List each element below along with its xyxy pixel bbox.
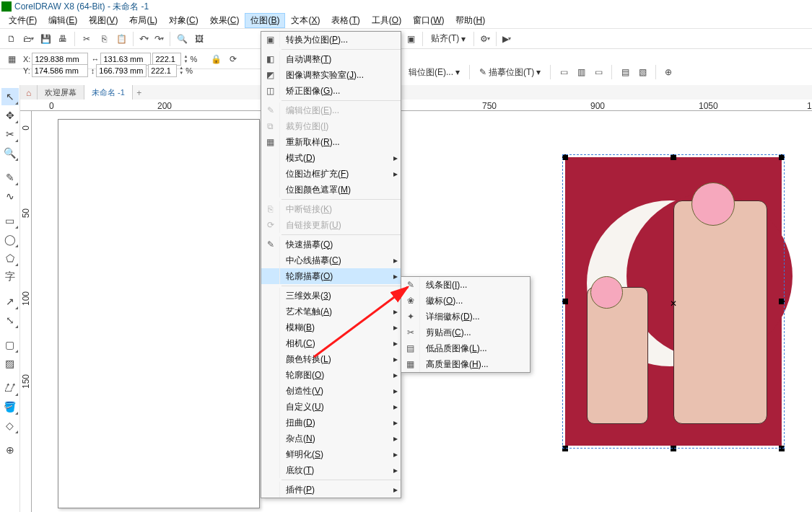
menu-item[interactable]: 相机(C)▸: [261, 335, 401, 351]
rotate-button[interactable]: ⟳: [225, 51, 241, 67]
save-button[interactable]: 💾: [38, 31, 53, 47]
menu-对象[interactable]: 对象(C): [163, 13, 204, 28]
fill-tool[interactable]: 🪣: [1, 398, 19, 415]
artistic-tool[interactable]: ∿: [1, 187, 19, 205]
redo-button[interactable]: ↷: [152, 31, 166, 47]
ellipse-tool[interactable]: ◯: [1, 231, 19, 248]
menu-item[interactable]: ✎快速描摹(Q): [261, 237, 401, 252]
page-canvas[interactable]: [58, 119, 260, 508]
menu-视图[interactable]: 视图(V): [83, 13, 123, 28]
eyedropper-tool[interactable]: ⌰: [1, 379, 19, 397]
welcome-tab[interactable]: 欢迎屏幕: [38, 85, 84, 101]
edit-bitmap-button[interactable]: 辑位图(E)... ▾: [403, 64, 465, 80]
selection-handle[interactable]: [779, 299, 785, 304]
menu-表格[interactable]: 表格(T): [326, 13, 365, 28]
copy-button[interactable]: ⎘: [96, 31, 112, 47]
menu-item[interactable]: 扭曲(D)▸: [261, 415, 401, 431]
open-button[interactable]: 🗁: [21, 31, 36, 47]
print-button[interactable]: 🖶: [55, 31, 71, 47]
menu-item[interactable]: 三维效果(3)▸: [261, 288, 401, 304]
submenu-item[interactable]: ▤低品质图像(L)...: [401, 340, 530, 356]
dimension-tool[interactable]: ↗: [1, 293, 19, 310]
menu-文本[interactable]: 文本(X): [285, 13, 326, 28]
menu-工具[interactable]: 工具(O): [366, 13, 407, 28]
menu-item[interactable]: ◫矫正图像(G)...: [261, 83, 401, 99]
menu-item[interactable]: ◩图像调整实验室(J)...: [261, 67, 401, 83]
menu-item[interactable]: ◧自动调整(T): [261, 51, 401, 67]
menu-item[interactable]: 位图边框扩充(F)▸: [261, 166, 401, 182]
submenu-item[interactable]: ❀徽标(O)...: [401, 293, 530, 309]
options-button[interactable]: ⚙: [478, 31, 492, 47]
menu-item[interactable]: ▣转换为位图(P)...: [261, 32, 401, 48]
menu-item[interactable]: 轮廓描摹(O)▸: [261, 268, 401, 284]
rectangle-tool[interactable]: ▭: [1, 212, 19, 229]
polygon-tool[interactable]: ⬠: [1, 250, 19, 267]
align-right-icon[interactable]: ▭: [590, 64, 606, 80]
submenu-item[interactable]: ✦详细徽标(D)...: [401, 309, 530, 325]
snap-dropdown[interactable]: 贴齐(T) ▾: [426, 31, 471, 47]
menu-item[interactable]: 插件(P)▸: [261, 482, 401, 498]
text-tool[interactable]: 字: [1, 268, 19, 286]
selection-handle[interactable]: [562, 154, 568, 160]
submenu-item[interactable]: ▦高质量图像(H)...: [401, 356, 530, 372]
selection-handle[interactable]: [562, 446, 568, 451]
menu-item[interactable]: 自定义(U)▸: [261, 399, 401, 415]
image-button[interactable]: 🖼: [191, 31, 207, 47]
menu-item[interactable]: 颜色转换(L)▸: [261, 351, 401, 367]
trace-bitmap-button[interactable]: ✎ 描摹位图(T) ▾: [474, 64, 546, 80]
menu-item[interactable]: 中心线描摹(C)▸: [261, 252, 401, 268]
transparency-tool[interactable]: ▨: [1, 355, 19, 372]
shape-tool[interactable]: ✥: [1, 107, 19, 124]
selection-handle[interactable]: [671, 446, 676, 451]
menu-item[interactable]: 模式(D)▸: [261, 150, 401, 166]
selection-handle[interactable]: [671, 154, 676, 160]
pick-tool[interactable]: ↖: [1, 88, 19, 105]
menu-item[interactable]: 位图颜色遮罩(M): [261, 182, 401, 198]
document-tab[interactable]: 未命名 -1: [84, 85, 133, 101]
search-button[interactable]: 🔍: [174, 31, 190, 47]
zoom-tool[interactable]: 🔍: [1, 144, 19, 162]
align-left-icon[interactable]: ▭: [556, 64, 572, 80]
menu-布局[interactable]: 布局(L): [123, 13, 163, 28]
selection-handle[interactable]: [562, 299, 568, 304]
wrap2-icon[interactable]: ▧: [634, 64, 650, 80]
lock-ratio-button[interactable]: 🔒: [208, 51, 224, 67]
wrap-icon[interactable]: ▤: [617, 64, 633, 80]
selection-handle[interactable]: [779, 154, 785, 160]
menu-帮助[interactable]: 帮助(H): [450, 13, 491, 28]
launch-button[interactable]: ▶: [500, 31, 513, 47]
snap-grid-button[interactable]: ▣: [403, 31, 419, 47]
menu-item[interactable]: 创造性(V)▸: [261, 383, 401, 399]
outline-tool[interactable]: ◇: [1, 417, 19, 434]
quick-customize-button[interactable]: ⊕: [1, 441, 19, 459]
add-tab-button[interactable]: +: [133, 88, 146, 98]
menu-item[interactable]: 底纹(T)▸: [261, 462, 401, 478]
selection-handle[interactable]: [779, 446, 785, 451]
cut-button[interactable]: ✂: [79, 31, 95, 47]
menu-item[interactable]: 鲜明化(S)▸: [261, 446, 401, 462]
undo-button[interactable]: ↶: [137, 31, 151, 47]
drop-shadow-tool[interactable]: ▢: [1, 336, 19, 353]
menu-item[interactable]: 艺术笔触(A)▸: [261, 304, 401, 319]
menu-位图[interactable]: 位图(B): [245, 13, 285, 28]
submenu-item[interactable]: ✎线条图(I)...: [401, 277, 530, 293]
home-tab[interactable]: ⌂: [20, 85, 38, 101]
new-button[interactable]: 🗋: [4, 31, 19, 47]
submenu-item[interactable]: ✂剪贴画(C)...: [401, 325, 530, 340]
align-center-icon[interactable]: ▥: [573, 64, 589, 80]
plus-icon[interactable]: ⊕: [661, 64, 676, 80]
crop-tool[interactable]: ✂: [1, 125, 19, 143]
y-input[interactable]: 174.586 mm: [32, 64, 88, 77]
freehand-tool[interactable]: ✎: [1, 169, 19, 186]
menu-item[interactable]: 轮廓图(O)▸: [261, 367, 401, 383]
menu-窗口[interactable]: 窗口(W): [407, 13, 450, 28]
menu-编辑[interactable]: 编辑(E): [43, 13, 83, 28]
sy-input[interactable]: 222.1: [148, 64, 177, 77]
menu-item[interactable]: 模糊(B)▸: [261, 319, 401, 335]
menu-item[interactable]: 杂点(N)▸: [261, 431, 401, 446]
menu-效果[interactable]: 效果(C): [204, 13, 245, 28]
connector-tool[interactable]: ⤡: [1, 312, 19, 329]
paste-button[interactable]: 📋: [113, 31, 129, 47]
menu-文件[interactable]: 文件(F): [3, 13, 43, 28]
h-input[interactable]: 166.793 mm: [96, 64, 147, 77]
